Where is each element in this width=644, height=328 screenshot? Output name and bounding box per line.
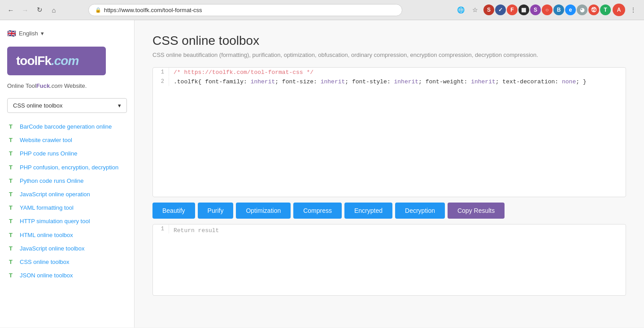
line-content-1: /* https://toolfk.com/tool-format-css */ bbox=[169, 68, 318, 77]
translate-button[interactable]: 🌐 bbox=[455, 4, 467, 16]
nav-item-icon-3: T bbox=[9, 164, 16, 171]
action-btn-encrypted[interactable]: Encrypted bbox=[344, 203, 392, 219]
nav-item-label-2: PHP code runs Online bbox=[20, 150, 77, 158]
flag-icon: 🇬🇧 bbox=[7, 29, 16, 38]
address-bar[interactable]: 🔒 https://www.toolfk.com/tool-format-css bbox=[88, 4, 402, 16]
logo-text: toolFk.com bbox=[16, 54, 97, 68]
nav-item-label-0: BarCode barcode generation online bbox=[20, 123, 112, 131]
nav-item-icon-8: T bbox=[9, 232, 16, 238]
line-num-1: 1 bbox=[153, 68, 169, 77]
nav-item-label-4: Python code runs Online bbox=[20, 177, 83, 185]
result-editor[interactable]: 1 Return result bbox=[152, 224, 626, 296]
code-line-2: 2 .toolfk{ font-family: inherit; font-si… bbox=[153, 77, 626, 86]
sidebar-nav-item-10[interactable]: TCSS online toolbox bbox=[7, 255, 127, 269]
ext-2[interactable]: ⑫ bbox=[588, 4, 599, 15]
nav-item-label-5: JavaScript online operation bbox=[20, 190, 90, 199]
dropdown-label: CSS online toolbox bbox=[13, 102, 63, 109]
nav-item-icon-7: T bbox=[9, 218, 16, 224]
extension-icons: S ✓ F ▦ S ○ B e ◕ ⑫ T bbox=[483, 4, 611, 15]
action-btn-beautify[interactable]: Beautify bbox=[152, 203, 195, 219]
page-subtitle: CSS online beautification (formatting), … bbox=[152, 52, 626, 58]
ext-b[interactable]: B bbox=[553, 4, 564, 15]
menu-button[interactable]: ⋮ bbox=[627, 4, 640, 16]
lock-icon: 🔒 bbox=[95, 7, 101, 13]
tool-dropdown[interactable]: CSS online toolbox ▾ bbox=[7, 98, 127, 113]
sidebar-nav-item-1[interactable]: TWebsite crawler tool bbox=[7, 134, 127, 147]
nav-item-icon-9: T bbox=[9, 245, 16, 252]
nav-item-icon-4: T bbox=[9, 177, 16, 184]
logo-subtitle: Online ToolFuck.com Website. bbox=[7, 82, 127, 89]
profile-icon[interactable]: A bbox=[613, 4, 625, 16]
logo-bold: Fuck bbox=[36, 82, 50, 89]
code-line-1: 1 /* https://toolfk.com/tool-format-css … bbox=[153, 68, 626, 77]
result-line-num-1: 1 bbox=[153, 224, 169, 233]
logo-com: .com bbox=[51, 54, 78, 68]
nav-item-icon-0: T bbox=[9, 123, 16, 130]
nav-list: TBarCode barcode generation onlineTWebsi… bbox=[7, 120, 127, 282]
nav-item-icon-1: T bbox=[9, 137, 16, 143]
nav-buttons: ← → ↻ ⌂ bbox=[4, 4, 60, 16]
sidebar-nav-item-9[interactable]: TJavaScript online toolbox bbox=[7, 242, 127, 255]
forward-button[interactable]: → bbox=[19, 4, 31, 16]
ext-o[interactable]: ○ bbox=[542, 4, 553, 15]
sidebar-nav-item-5[interactable]: TJavaScript online operation bbox=[7, 188, 127, 201]
main-content: CSS online toolbox CSS online beautifica… bbox=[135, 20, 644, 328]
ext-p[interactable]: S bbox=[530, 4, 541, 15]
browser-chrome: ← → ↻ ⌂ 🔒 https://www.toolfk.com/tool-fo… bbox=[0, 0, 644, 20]
action-buttons: BeautifyPurifyOptimizationCompressEncryp… bbox=[152, 197, 626, 224]
action-btn-purify[interactable]: Purify bbox=[198, 203, 234, 219]
nav-item-icon-5: T bbox=[9, 191, 16, 198]
sidebar-nav-item-11[interactable]: TJSON online toolbox bbox=[7, 269, 127, 282]
bookmark-button[interactable]: ☆ bbox=[469, 4, 482, 16]
line-content-2: .toolfk{ font-family: inherit; font-size… bbox=[169, 77, 591, 86]
sidebar-nav-item-3[interactable]: TPHP confusion, encryption, decryption bbox=[7, 161, 127, 174]
nav-item-label-10: CSS online toolbox bbox=[20, 258, 70, 266]
nav-item-icon-2: T bbox=[9, 150, 16, 157]
result-line-1: 1 Return result bbox=[153, 224, 626, 237]
action-btn-compress[interactable]: Compress bbox=[293, 203, 342, 219]
sidebar-nav-item-6[interactable]: TYAML formatting tool bbox=[7, 201, 127, 215]
nav-item-icon-11: T bbox=[9, 272, 16, 279]
result-content: Return result bbox=[169, 224, 223, 237]
refresh-button[interactable]: ↻ bbox=[33, 4, 46, 16]
sidebar-nav-item-2[interactable]: TPHP code runs Online bbox=[7, 147, 127, 160]
logo-container: toolFk.com bbox=[7, 47, 127, 75]
nav-item-icon-10: T bbox=[9, 259, 16, 265]
nav-item-label-11: JSON online toolbox bbox=[20, 272, 73, 280]
line-num-2: 2 bbox=[153, 77, 169, 86]
nav-item-icon-6: T bbox=[9, 204, 16, 211]
url-text: https://www.toolfk.com/tool-format-css bbox=[104, 7, 202, 13]
action-btn-copy-results[interactable]: Copy Results bbox=[448, 203, 505, 219]
sidebar-nav-item-7[interactable]: THTTP simulation query tool bbox=[7, 215, 127, 228]
home-button[interactable]: ⌂ bbox=[48, 4, 60, 16]
ext-t[interactable]: T bbox=[600, 4, 611, 15]
back-button[interactable]: ← bbox=[4, 4, 17, 16]
nav-item-label-1: Website crawler tool bbox=[20, 136, 72, 144]
sidebar: 🇬🇧 English ▾ toolFk.com Online ToolFuck.… bbox=[0, 20, 135, 328]
lang-label: English bbox=[19, 30, 38, 37]
logo-box[interactable]: toolFk.com bbox=[7, 47, 106, 75]
nav-item-label-3: PHP confusion, encryption, decryption bbox=[20, 164, 118, 172]
sidebar-nav-item-4[interactable]: TPython code runs Online bbox=[7, 174, 127, 188]
page-title: CSS online toolbox bbox=[152, 34, 626, 48]
ext-f[interactable]: ✓ bbox=[495, 4, 506, 15]
dropdown-chevron: ▾ bbox=[118, 102, 121, 109]
sidebar-nav-item-8[interactable]: THTML online toolbox bbox=[7, 229, 127, 242]
ext-s[interactable]: S bbox=[483, 4, 494, 15]
ext-g[interactable]: ◕ bbox=[577, 4, 587, 15]
action-btn-decryption[interactable]: Decryption bbox=[395, 203, 445, 219]
nav-item-label-6: YAML formatting tool bbox=[20, 204, 74, 212]
action-btn-optimization[interactable]: Optimization bbox=[236, 203, 291, 219]
code-editor[interactable]: 1 /* https://toolfk.com/tool-format-css … bbox=[152, 67, 626, 197]
ext-qr[interactable]: ▦ bbox=[518, 4, 529, 15]
browser-actions: 🌐 ☆ S ✓ F ▦ S ○ B e ◕ ⑫ T A ⋮ bbox=[455, 4, 640, 16]
ext-e[interactable]: e bbox=[565, 4, 576, 15]
sidebar-nav-item-0[interactable]: TBarCode barcode generation online bbox=[7, 120, 127, 134]
nav-item-label-9: JavaScript online toolbox bbox=[20, 245, 85, 253]
nav-item-label-8: HTML online toolbox bbox=[20, 231, 73, 239]
ext-r[interactable]: F bbox=[507, 4, 518, 15]
page-layout: 🇬🇧 English ▾ toolFk.com Online ToolFuck.… bbox=[0, 20, 644, 328]
lang-chevron: ▾ bbox=[41, 30, 44, 37]
lang-selector[interactable]: 🇬🇧 English ▾ bbox=[7, 29, 127, 38]
nav-item-label-7: HTTP simulation query tool bbox=[20, 217, 90, 225]
